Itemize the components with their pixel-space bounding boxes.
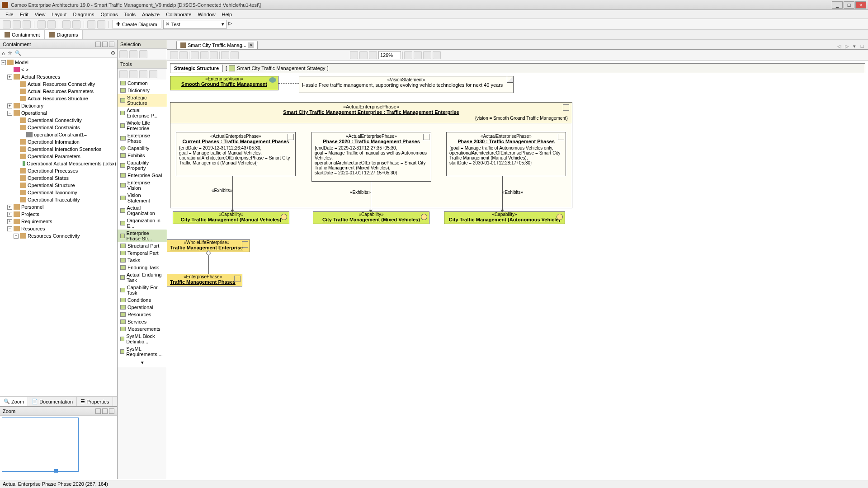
palette-vision-statement[interactable]: Vision Statement [118,192,167,204]
gear-icon[interactable]: ⚙ [111,50,115,56]
filter-icon[interactable] [221,51,229,59]
star-icon[interactable]: ☆ [8,50,12,56]
search-tree-icon[interactable]: 🔍 [15,50,21,56]
palette-conditions[interactable]: Conditions [118,296,167,304]
back-icon[interactable] [170,51,178,59]
close-panel-icon[interactable] [109,42,114,47]
hand-icon[interactable] [129,50,137,58]
menu-diagrams[interactable]: Diagrams [70,11,97,18]
marquee-icon[interactable] [139,50,147,58]
snap-icon[interactable] [423,51,431,59]
menu-edit[interactable]: Edit [17,11,31,18]
diagram-canvas[interactable]: Strategic Structure [ Smart City Traffic… [167,61,868,479]
palette-structural[interactable]: Structural Part [118,242,167,249]
palette-services[interactable]: Services [118,318,167,325]
menu-window[interactable]: Window [195,11,218,18]
run-icon[interactable]: ▷ [228,20,236,28]
chevron-down-icon[interactable]: ▾ [118,358,167,367]
print-preview-icon[interactable] [47,20,56,28]
palette-org-in-e[interactable]: Organization in E... [118,217,167,230]
text2-icon[interactable] [149,70,157,78]
containment-tree[interactable]: −Model < > +Actual Resources Actual Reso… [0,58,117,396]
capability-manual[interactable]: «Capability» City Traffic Management (Ma… [173,211,289,224]
new-icon[interactable] [3,20,11,28]
palette-resources[interactable]: Resources [118,311,167,318]
grid-icon[interactable] [414,51,422,59]
pointer-icon[interactable] [119,50,127,58]
capability-mixed[interactable]: «Capability» City Traffic Management (Mi… [313,211,429,224]
tab-close-icon[interactable]: × [248,42,254,48]
menu-options[interactable]: Options [98,11,120,18]
redo-icon[interactable] [72,20,80,28]
enterprise-vision-box[interactable]: «EnterpriseVision» Smooth Ground Traffic… [170,76,278,90]
zoom-thumbnail[interactable] [0,416,117,479]
palette-actual-org[interactable]: Actual Organization [118,204,167,217]
palette-measurements[interactable]: Measurements [118,325,167,333]
palette-whole-life[interactable]: Whole Life Enterprise [118,119,167,132]
tab-list-icon[interactable]: ▾ [851,43,858,49]
tab-max-icon[interactable]: □ [859,43,865,49]
perspective-combo[interactable]: ✕Test [163,20,226,29]
close-button[interactable]: × [855,1,866,9]
zoom-out-icon[interactable] [369,51,377,59]
create-diagram-button[interactable]: ✚Create Diagram [112,20,161,28]
palette-actual-enduring-task[interactable]: Actual Enduring Task [118,271,167,284]
close2-icon[interactable] [109,408,114,414]
palette-temporal[interactable]: Temporal Part [118,249,167,257]
palette-tasks[interactable]: Tasks [118,257,167,264]
open-icon[interactable] [13,20,21,28]
tab-diagrams[interactable]: Diagrams [45,30,83,39]
palette-capability-for-task[interactable]: Capability For Task [118,284,167,296]
home-icon[interactable]: ⌂ [2,51,5,56]
palette-operational[interactable]: Operational [118,304,167,311]
zoom-in-icon[interactable] [359,51,368,59]
validate-icon[interactable] [87,20,95,28]
phase-current[interactable]: «ActualEnterprisePhase» Current Phases :… [176,132,296,176]
text-icon[interactable] [139,70,147,78]
diagram-icon[interactable] [97,20,105,28]
palette-actual-enterprise[interactable]: Actual Enterprise P... [118,107,167,119]
paste-icon[interactable] [210,51,218,59]
palette-ep-str[interactable]: Enterprise Phase Str... [118,230,167,242]
search2-icon[interactable] [433,51,441,59]
note-icon[interactable] [119,70,127,78]
whole-life-enterprise-box[interactable]: «WholeLifeEnterprise» Traffic Management… [167,239,250,252]
layout-icon[interactable] [231,51,239,59]
capability-autonomous[interactable]: «Capability» City Traffic Management (Au… [444,211,565,224]
anchor-icon[interactable] [129,70,137,78]
menu-tools[interactable]: Tools [121,11,138,18]
palette-sysml-block[interactable]: SysML Block Definitio... [118,333,167,345]
palette-enterprise-goal[interactable]: Enterprise Goal [118,172,167,179]
tab-zoom[interactable]: 🔍Zoom [0,397,28,406]
print-icon[interactable] [38,20,46,28]
forward-icon[interactable] [179,51,188,59]
menu-analyze[interactable]: Analyze [139,11,162,18]
pin2-icon[interactable] [95,408,101,414]
max2-icon[interactable] [102,408,108,414]
tab-next-icon[interactable]: ▷ [844,43,850,49]
tab-containment[interactable]: Containment [0,30,45,39]
palette-dictionary[interactable]: Dictionary [118,87,167,94]
menu-collaborate[interactable]: Collaborate [163,11,194,18]
zoom-fit-icon[interactable] [350,51,358,59]
breadcrumb-link[interactable]: [ Smart City Traffic Management Strategy… [223,64,331,72]
palette-strategic[interactable]: Strategic Structure [118,94,167,107]
palette-exhibits[interactable]: Exhibits [118,152,167,159]
clipboard-icon[interactable] [200,51,208,59]
palette-sysml-req[interactable]: SysML Requirements ... [118,345,167,358]
zoom-combo[interactable]: 129% [378,51,401,59]
menu-file[interactable]: File [3,11,16,18]
vision-statement-box[interactable]: «VisionStatement» Hassle Free traffic ma… [299,76,514,93]
palette-enterprise-vision[interactable]: Enterprise Vision [118,179,167,192]
tab-prev-icon[interactable]: ◁ [836,43,842,49]
tab-documentation[interactable]: 📄Documentation [28,397,77,406]
maximize-panel-icon[interactable] [102,42,108,47]
phase-2020[interactable]: «ActualEnterprisePhase» Phase 2020 : Tra… [311,132,431,182]
palette-enterprise-phase[interactable]: Enterprise Phase [118,132,167,145]
gear2-icon[interactable] [404,51,412,59]
select-in-tree-icon[interactable] [191,51,199,59]
palette-common[interactable]: Common [118,80,167,87]
enterprise-phase-box[interactable]: «EnterprisePhase» Traffic Management Pha… [167,274,242,286]
palette-enduring-task[interactable]: Enduring Task [118,264,167,271]
diagram-tab-active[interactable]: Smart City Traffic Manag... × [176,41,258,49]
